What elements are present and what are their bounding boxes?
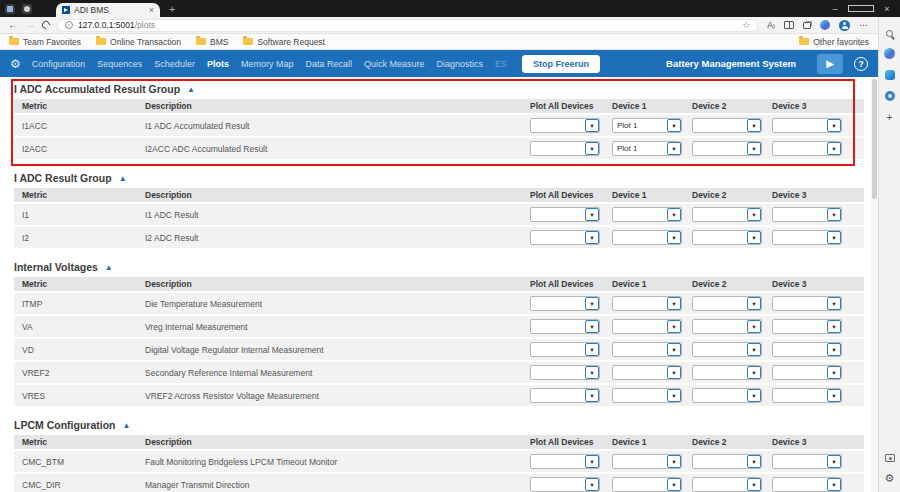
plot-select-dropdown[interactable]: ▼	[530, 342, 600, 357]
page-scrollbar[interactable]	[871, 77, 878, 492]
magnifier-glyph	[886, 30, 893, 37]
plot-select-dropdown[interactable]: ▼	[772, 365, 842, 380]
plot-select-dropdown[interactable]: ▼	[772, 454, 842, 469]
plot-select-dropdown[interactable]: ▼	[612, 230, 682, 245]
nav-item-sequences[interactable]: Sequences	[97, 59, 142, 69]
plot-select-dropdown[interactable]: ▼	[772, 207, 842, 222]
run-play-button[interactable]: ▶	[817, 54, 843, 74]
collapse-caret-icon[interactable]: ▲	[187, 85, 195, 94]
nav-item-quick-measure[interactable]: Quick Measure	[364, 59, 425, 69]
help-button[interactable]: ?	[854, 57, 868, 71]
plot-select-dropdown[interactable]: Plot 1▼	[612, 118, 682, 133]
plot-select-dropdown[interactable]: ▼	[530, 207, 600, 222]
sidebar-tool-icon-1[interactable]	[885, 70, 895, 80]
site-info-icon[interactable]: i	[65, 21, 73, 29]
dropdown-arrow-icon: ▼	[585, 343, 599, 356]
plot-select-dropdown[interactable]: ▼	[612, 319, 682, 334]
plot-select-dropdown[interactable]: ▼	[530, 230, 600, 245]
browser-tab[interactable]: ADI BMS ×	[56, 3, 160, 17]
plot-select-dropdown[interactable]: ▼	[692, 118, 762, 133]
profile-avatar[interactable]	[839, 20, 850, 31]
plot-select-dropdown[interactable]: ▼	[692, 477, 762, 492]
plot-select-dropdown[interactable]: ▼	[692, 365, 762, 380]
plot-select-dropdown[interactable]: ▼	[772, 388, 842, 403]
copilot-icon[interactable]	[884, 48, 895, 59]
plot-select-dropdown[interactable]: ▼	[692, 230, 762, 245]
plot-select-dropdown[interactable]: ▼	[530, 319, 600, 334]
plot-select-dropdown[interactable]: ▼	[612, 296, 682, 311]
plot-select-dropdown[interactable]: ▼	[530, 454, 600, 469]
dropdown-arrow-icon: ▼	[827, 142, 841, 155]
plot-select-dropdown[interactable]: Plot 1▼	[612, 141, 682, 156]
sidebar-settings-icon[interactable]: ⚙	[885, 473, 895, 484]
nav-item-diagnostics[interactable]: Diagnostics	[436, 59, 483, 69]
plot-select-dropdown[interactable]: ▼	[772, 230, 842, 245]
plot-select-dropdown[interactable]: ▼	[692, 296, 762, 311]
tab-close-icon[interactable]: ×	[149, 5, 154, 15]
plot-select-dropdown[interactable]: ▼	[612, 454, 682, 469]
nav-item-plots[interactable]: Plots	[207, 59, 229, 69]
collapse-caret-icon[interactable]: ▲	[105, 263, 113, 272]
maximize-button[interactable]	[848, 0, 874, 17]
plot-select-dropdown[interactable]: ▼	[530, 118, 600, 133]
sidebar-tool-icon-2[interactable]	[885, 91, 895, 101]
plot-select-dropdown[interactable]: ▼	[772, 342, 842, 357]
split-screen-icon[interactable]	[784, 21, 794, 29]
plot-select-dropdown[interactable]: ▼	[692, 342, 762, 357]
plot-select-dropdown[interactable]: ▼	[530, 388, 600, 403]
plot-select-dropdown[interactable]: ▼	[612, 207, 682, 222]
workspaces-icon[interactable]	[5, 4, 15, 14]
nav-item-configuration[interactable]: Configuration	[32, 59, 86, 69]
plot-select-dropdown[interactable]: ▼	[692, 319, 762, 334]
search-icon[interactable]	[886, 30, 893, 37]
plot-select-dropdown[interactable]: ▼	[692, 141, 762, 156]
settings-gear-icon[interactable]: ⚙	[10, 57, 21, 71]
favorite-star-icon[interactable]: ☆	[742, 20, 750, 30]
stop-freerun-button[interactable]: Stop Freerun	[522, 55, 600, 73]
collections-icon[interactable]	[803, 22, 811, 29]
forward-icon[interactable]: →	[25, 20, 35, 30]
nav-item-data-recall[interactable]: Data Recall	[305, 59, 352, 69]
plot-select-dropdown[interactable]: ▼	[772, 141, 842, 156]
favorite-item-software-request[interactable]: Software Request	[243, 37, 325, 47]
refresh-icon[interactable]	[40, 19, 51, 30]
screenshot-icon[interactable]	[885, 454, 895, 462]
nav-item-es[interactable]: ES	[495, 59, 507, 69]
close-window-button[interactable]: ×	[874, 0, 900, 17]
scrollbar-thumb[interactable]	[872, 79, 877, 199]
back-icon[interactable]: ←	[8, 20, 18, 30]
copilot-toolbar-icon[interactable]	[820, 20, 830, 30]
plot-select-dropdown[interactable]: ▼	[612, 477, 682, 492]
plot-select-dropdown[interactable]: ▼	[692, 388, 762, 403]
plot-select-dropdown[interactable]: ▼	[772, 477, 842, 492]
favorite-item-bms[interactable]: BMS	[196, 37, 228, 47]
other-favorites[interactable]: Other favorites	[799, 37, 869, 47]
more-menu-icon[interactable]: ⋯	[859, 20, 868, 30]
collapse-caret-icon[interactable]: ▲	[122, 421, 130, 430]
plot-select-dropdown[interactable]: ▼	[692, 207, 762, 222]
address-bar[interactable]: i 127.0.0.1:5001/plots ☆	[57, 19, 758, 32]
plot-select-dropdown[interactable]: ▼	[772, 296, 842, 311]
plot-select-dropdown[interactable]: ▼	[530, 365, 600, 380]
favorite-item-online-transaction[interactable]: Online Transaction	[96, 37, 181, 47]
read-aloud-icon[interactable]: A)	[767, 20, 775, 30]
collapse-caret-icon[interactable]: ▲	[119, 174, 127, 183]
plot-select-dropdown[interactable]: ▼	[612, 388, 682, 403]
plot-select-dropdown[interactable]: ▼	[530, 296, 600, 311]
plot-select-dropdown[interactable]: ▼	[530, 141, 600, 156]
dropdown-arrow-icon: ▼	[827, 343, 841, 356]
nav-item-memory-map[interactable]: Memory Map	[241, 59, 294, 69]
plot-select-dropdown[interactable]: ▼	[772, 319, 842, 334]
selected-value	[613, 478, 667, 491]
plot-select-dropdown[interactable]: ▼	[530, 477, 600, 492]
favorite-item-team-favorites[interactable]: Team Favorites	[9, 37, 81, 47]
plot-select-dropdown[interactable]: ▼	[772, 118, 842, 133]
plot-select-dropdown[interactable]: ▼	[612, 365, 682, 380]
nav-item-scheduler[interactable]: Scheduler	[154, 59, 195, 69]
add-sidebar-item-icon[interactable]: +	[886, 112, 892, 123]
plot-select-dropdown[interactable]: ▼	[612, 342, 682, 357]
plot-select-dropdown[interactable]: ▼	[692, 454, 762, 469]
profile-badge-icon[interactable]	[22, 4, 32, 14]
minimize-button[interactable]: –	[822, 0, 848, 17]
dropdown-arrow-icon: ▼	[667, 142, 681, 155]
